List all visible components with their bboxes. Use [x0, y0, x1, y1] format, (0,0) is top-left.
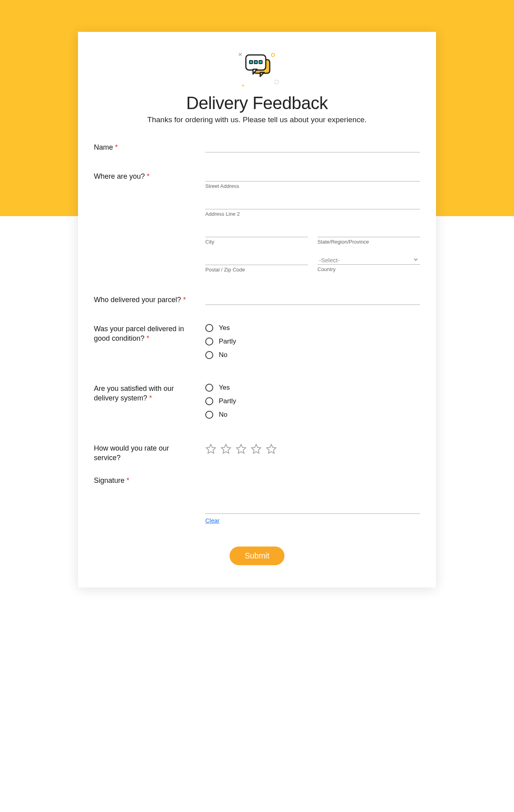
state-sublabel: State/Region/Province	[317, 239, 420, 245]
star-3[interactable]	[236, 443, 247, 455]
submit-button[interactable]: Submit	[230, 547, 284, 565]
svg-text:✕: ✕	[238, 51, 243, 58]
form-card: ✕ + Delivery Feedback Thanks for orderin…	[78, 32, 436, 588]
condition-radio-group: Yes Partly No	[205, 324, 420, 365]
svg-point-1	[271, 53, 275, 57]
svg-rect-15	[259, 61, 262, 64]
svg-point-3	[276, 80, 277, 80]
condition-radio-no[interactable]	[205, 351, 213, 359]
page-subtitle: Thanks for ordering with us. Please tell…	[94, 115, 420, 124]
star-rating	[205, 443, 420, 455]
condition-option-label: Partly	[219, 338, 236, 345]
street-sublabel: Street Address	[205, 183, 420, 189]
svg-point-9	[274, 82, 275, 82]
svg-point-7	[276, 84, 277, 84]
svg-rect-13	[249, 61, 253, 64]
city-sublabel: City	[205, 239, 308, 245]
country-select[interactable]	[317, 255, 420, 265]
signature-pad[interactable]	[205, 476, 420, 514]
star-5[interactable]	[266, 443, 277, 455]
rating-label: How would you rate our service?	[94, 444, 169, 462]
name-input[interactable]	[205, 142, 420, 152]
deliverer-input[interactable]	[205, 295, 420, 305]
condition-label: Was your parcel delivered in good condit…	[94, 325, 184, 342]
satisfied-option-label: No	[219, 411, 228, 419]
svg-point-4	[278, 80, 278, 81]
satisfied-option-label: Partly	[219, 397, 236, 405]
svg-text:+: +	[241, 82, 245, 89]
country-sublabel: Country	[317, 266, 420, 272]
satisfied-radio-partly[interactable]	[205, 397, 213, 405]
svg-point-6	[278, 83, 278, 84]
deliverer-label: Who delivered your parcel? *	[94, 296, 186, 304]
svg-point-10	[275, 80, 276, 81]
star-4[interactable]	[251, 443, 262, 455]
state-input[interactable]	[317, 227, 420, 237]
star-1[interactable]	[205, 443, 216, 455]
page-title: Delivery Feedback	[94, 93, 420, 113]
satisfied-radio-yes[interactable]	[205, 384, 213, 392]
address2-input[interactable]	[205, 199, 420, 209]
address-label: Where are you? *	[94, 172, 150, 180]
city-input[interactable]	[205, 227, 308, 237]
address2-sublabel: Address Line 2	[205, 211, 420, 217]
postal-input[interactable]	[205, 255, 308, 265]
name-label: Name *	[94, 143, 118, 151]
satisfied-option-label: Yes	[219, 384, 230, 392]
signature-label: Signature *	[94, 476, 129, 484]
satisfied-radio-no[interactable]	[205, 411, 213, 419]
svg-point-8	[275, 83, 276, 84]
condition-radio-yes[interactable]	[205, 324, 213, 332]
street-input[interactable]	[205, 172, 420, 182]
chat-bubble-icon: ✕ +	[225, 48, 289, 92]
condition-option-label: Yes	[219, 324, 230, 332]
svg-point-5	[278, 82, 279, 82]
condition-radio-partly[interactable]	[205, 338, 213, 345]
condition-option-label: No	[219, 351, 228, 359]
postal-sublabel: Postal / Zip Code	[205, 267, 308, 273]
satisfied-radio-group: Yes Partly No	[205, 384, 420, 424]
svg-rect-14	[254, 61, 257, 64]
star-2[interactable]	[220, 443, 232, 455]
satisfied-label: Are you satisfied with our delivery syst…	[94, 385, 174, 402]
clear-signature-link[interactable]: Clear	[205, 517, 220, 524]
